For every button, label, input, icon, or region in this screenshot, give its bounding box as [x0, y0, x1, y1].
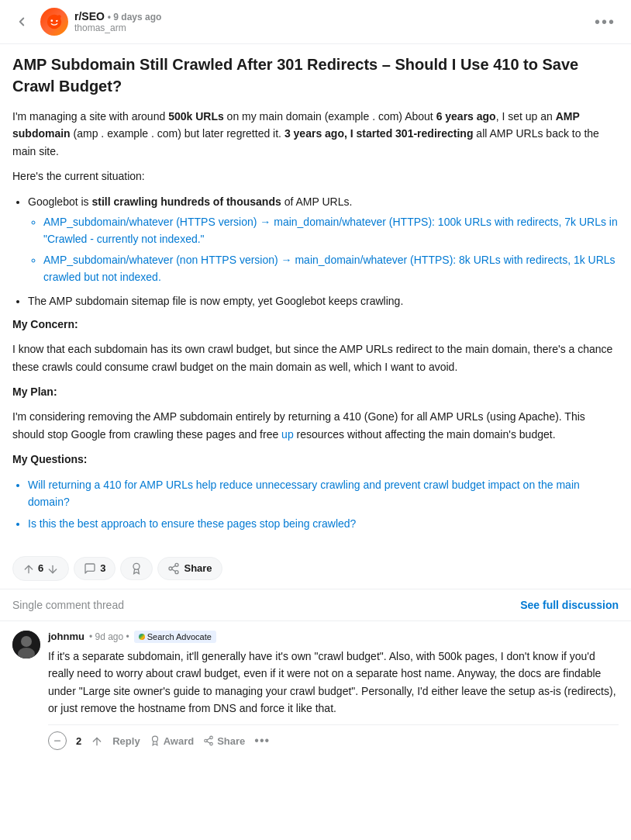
svg-line-20 — [207, 738, 210, 740]
share-icon — [167, 562, 180, 576]
comment-icon — [84, 562, 96, 576]
comment-time: • 9d ago • — [89, 631, 129, 642]
comment-upvote-icon[interactable] — [91, 735, 103, 748]
comment-thread-header: Single comment thread See full discussio… — [0, 589, 631, 621]
share-label: Share — [184, 562, 212, 574]
reply-button[interactable]: Reply — [112, 735, 140, 747]
downvote-icon[interactable] — [47, 562, 59, 576]
subreddit-name: r/SEO • 9 days ago — [74, 10, 588, 22]
vote-count: 6 — [38, 562, 43, 574]
svg-point-3 — [57, 15, 61, 19]
svg-point-1 — [50, 19, 53, 22]
award-button[interactable]: Award — [150, 735, 195, 747]
upvote-icon[interactable] — [22, 562, 35, 576]
comment-vote-count: 2 — [76, 735, 81, 747]
svg-line-9 — [172, 569, 176, 572]
award-pill[interactable] — [120, 557, 153, 581]
back-button[interactable] — [9, 9, 34, 34]
post-title: AMP Subdomain Still Crawled After 301 Re… — [12, 54, 619, 97]
more-options-button[interactable]: ••• — [588, 10, 622, 34]
comment-flair: Search Advocate — [134, 631, 216, 643]
award-icon — [130, 562, 143, 576]
comments-pill[interactable]: 3 — [74, 557, 116, 581]
comment-section: johnmu • 9d ago • Search Advocate If it'… — [0, 621, 631, 757]
post-header: r/SEO • 9 days ago thomas_arm ••• — [0, 0, 631, 44]
vote-pill[interactable]: 6 — [12, 556, 69, 581]
comment-downvote-button[interactable] — [48, 731, 67, 750]
comment-author: johnmu — [48, 631, 84, 642]
see-full-discussion-button[interactable]: See full discussion — [520, 599, 619, 611]
comment-text: If it's a separate subdomain, it'll gene… — [48, 648, 619, 717]
svg-line-19 — [207, 741, 210, 743]
subreddit-avatar — [40, 8, 68, 36]
flair-dot — [139, 634, 145, 640]
comment-meta: johnmu • 9d ago • Search Advocate — [48, 631, 619, 643]
share-pill[interactable]: Share — [157, 557, 222, 581]
comment-more-button[interactable]: ••• — [254, 734, 270, 748]
comment-avatar — [12, 631, 40, 659]
comment-count: 3 — [100, 562, 105, 574]
post-actions: 6 3 — [0, 548, 631, 589]
post-author: thomas_arm — [74, 22, 588, 33]
svg-point-5 — [133, 563, 140, 569]
single-comment-thread-label: Single comment thread — [12, 599, 124, 611]
svg-point-12 — [21, 636, 32, 647]
svg-line-10 — [172, 565, 176, 568]
svg-point-15 — [152, 737, 157, 742]
post-content: AMP Subdomain Still Crawled After 301 Re… — [0, 44, 631, 548]
header-info: r/SEO • 9 days ago thomas_arm — [74, 10, 588, 33]
comment-body: johnmu • 9d ago • Search Advocate If it'… — [48, 631, 619, 757]
comment-share-button[interactable]: Share — [203, 735, 245, 747]
comment: johnmu • 9d ago • Search Advocate If it'… — [12, 631, 619, 757]
comment-actions: 2 Reply Award — [48, 724, 619, 756]
post-body: I'm managing a site with around 500k URL… — [12, 108, 619, 533]
